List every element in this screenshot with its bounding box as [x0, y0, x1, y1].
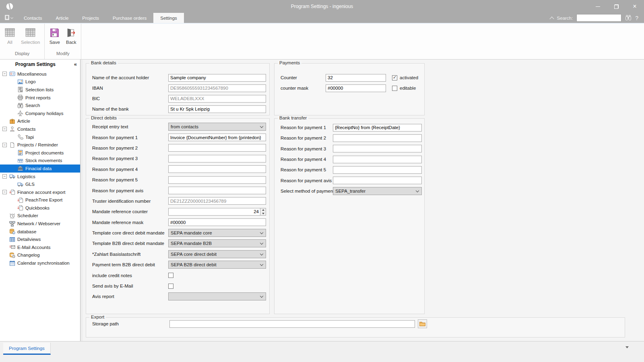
- collapse-ribbon-icon[interactable]: [549, 16, 554, 21]
- sidebar-item-contacts[interactable]: −Contacts: [0, 125, 80, 133]
- collapse-expander-icon[interactable]: −: [2, 72, 7, 76]
- tree-item-label: Stock movements: [25, 158, 62, 163]
- collapse-sidebar-icon[interactable]: «: [71, 61, 80, 67]
- sidebar-item-projects-reminder[interactable]: −Projects / Reminder: [0, 141, 80, 149]
- counter-mask-input[interactable]: [326, 84, 386, 92]
- export-document-icon: [17, 205, 23, 211]
- reason-for-payment-5-input[interactable]: [168, 176, 266, 184]
- reason-for-payment-avis-input[interactable]: [333, 177, 422, 184]
- tab-settings[interactable]: Settings: [153, 13, 184, 23]
- reason-for-payment-1-input[interactable]: [333, 124, 422, 132]
- form-row: Reason for payment avis: [275, 175, 424, 185]
- document-tab-program-settings[interactable]: Program Settings: [3, 343, 51, 355]
- all-button: All: [2, 26, 18, 46]
- sidebar-item-stock-movements[interactable]: Stock movements: [0, 157, 80, 165]
- tree-item-label: Network / Webserver: [17, 221, 60, 226]
- tree-item-label: database: [17, 229, 36, 234]
- help-icon[interactable]: ?: [635, 15, 638, 21]
- save-button[interactable]: Save: [46, 26, 63, 46]
- field-label: Avis report: [92, 294, 168, 299]
- reason-for-payment-4-input[interactable]: [168, 165, 266, 173]
- sidebar-header: Program Settings «: [0, 60, 80, 69]
- payment-term-b2b-direct-debit-select[interactable]: SEPA B2B direct debit: [168, 261, 266, 269]
- select-value: SEPA mandate B2B: [171, 241, 212, 246]
- name-of-the-bank-input[interactable]: [168, 105, 266, 113]
- field-label: Storage path: [92, 321, 169, 326]
- spin-up-button[interactable]: [260, 208, 266, 212]
- sidebar-item-project-documents[interactable]: Project documents: [0, 149, 80, 157]
- tab-projects[interactable]: Projects: [75, 13, 106, 23]
- reason-for-payment-1-input[interactable]: [168, 134, 266, 141]
- mandate-reference-counter-input[interactable]: [168, 208, 260, 216]
- include-credit-notes-checkbox[interactable]: [168, 273, 173, 278]
- select-method-of-payment-select[interactable]: SEPA_transfer: [333, 187, 422, 195]
- app-menu-button[interactable]: [0, 13, 17, 23]
- template-b2b-direct-debit-mandate-select[interactable]: SEPA mandate B2B: [168, 239, 266, 247]
- reason-for-payment-4-input[interactable]: [333, 156, 422, 163]
- reason-for-payment-2-input[interactable]: [333, 134, 422, 142]
- sidebar-item-changelog[interactable]: Changelog: [0, 251, 80, 259]
- form-row: Counteractivated: [275, 72, 424, 83]
- sidebar-item-tapi[interactable]: Tapi: [0, 133, 80, 141]
- chevron-down-icon[interactable]: [625, 346, 629, 348]
- bic-input[interactable]: [168, 95, 266, 103]
- minimize-button[interactable]: [588, 0, 607, 13]
- avis-report-select[interactable]: [168, 292, 266, 300]
- sidebar-item-database[interactable]: database: [0, 228, 80, 236]
- sidebar-item-network-webserver[interactable]: Network / Webserver: [0, 220, 80, 228]
- tab-article[interactable]: Article: [49, 13, 75, 23]
- sidebar-item-logo[interactable]: Logo: [0, 78, 80, 86]
- binoculars-icon[interactable]: [625, 14, 632, 22]
- template-core-direct-debit-mandate-select[interactable]: SEPA mandate core: [168, 229, 266, 237]
- ribbon: AllSelectionDisplaySaveBackModify: [0, 23, 644, 60]
- close-button[interactable]: ×: [625, 0, 644, 13]
- reason-for-payment-3-input[interactable]: [168, 155, 266, 162]
- sidebar-item-gls[interactable]: GLS: [0, 180, 80, 188]
- form-row: Reason for payment 2: [86, 143, 269, 153]
- sidebar-item-peachtree-export[interactable]: PeachTree Export: [0, 196, 80, 204]
- spin-down-button[interactable]: [260, 212, 266, 215]
- mandate-reference-mask-input[interactable]: [168, 218, 266, 226]
- restore-button[interactable]: [607, 0, 625, 13]
- sidebar-item-search[interactable]: Search: [0, 101, 80, 109]
- reason-for-payment-3-input[interactable]: [333, 145, 422, 152]
- group-payments: PaymentsCounteractivatedcounter maskedit…: [274, 63, 425, 115]
- sidebar-item-finacial-data[interactable]: Finacial data: [0, 165, 80, 173]
- sidebar-item-e-mail-accounts[interactable]: E-Mail Accounts: [0, 243, 80, 251]
- sidebar-item-miscellaneous[interactable]: −Miscellaneous: [0, 70, 80, 78]
- zahlart-basislastschrift-select[interactable]: SEPA core direct debit: [168, 250, 266, 258]
- collapse-expander-icon[interactable]: −: [2, 143, 7, 147]
- back-button[interactable]: Back: [63, 26, 79, 46]
- sidebar-item-logistics[interactable]: −Logistics: [0, 173, 80, 181]
- sidebar-item-article[interactable]: Article: [0, 117, 80, 125]
- collapse-expander-icon[interactable]: −: [2, 190, 7, 194]
- sidebar-item-calendar-synchronisation[interactable]: Calendar synchronisation: [0, 259, 80, 267]
- tab-contacts[interactable]: Contacts: [17, 13, 49, 23]
- reason-for-payment-avis-input[interactable]: [168, 187, 266, 194]
- send-avis-by-e-mail-checkbox[interactable]: [168, 284, 173, 289]
- reason-for-payment-2-input[interactable]: [168, 144, 266, 152]
- collapse-expander-icon[interactable]: −: [2, 127, 7, 131]
- counter-input[interactable]: [326, 74, 386, 82]
- sidebar-item-detailviews[interactable]: Detailviews: [0, 235, 80, 243]
- editable-checkbox[interactable]: [392, 86, 397, 91]
- iban-input[interactable]: [168, 84, 266, 92]
- tree-item-label: Calendar synchronisation: [17, 261, 70, 265]
- storage-path-input[interactable]: [169, 320, 415, 328]
- sidebar-item-company-holidays[interactable]: Company holidays: [0, 109, 80, 117]
- collapse-expander-icon[interactable]: −: [2, 174, 7, 179]
- receipt-entry-text-select[interactable]: from contacts: [168, 123, 266, 131]
- tab-purchase-orders[interactable]: Purchase orders: [106, 13, 153, 23]
- browse-folder-button[interactable]: [418, 319, 427, 328]
- activated-checkbox[interactable]: [392, 75, 397, 80]
- truster-identification-number-input[interactable]: [168, 197, 266, 205]
- sidebar-item-finance-account-export[interactable]: −Finance account export: [0, 188, 80, 196]
- name-of-the-account-holder-input[interactable]: [168, 74, 266, 82]
- sidebar-item-print-reports[interactable]: Print reports: [0, 94, 80, 102]
- sidebar-item-quickbooks[interactable]: Quickbooks: [0, 204, 80, 212]
- sidebar-item-selection-lists[interactable]: Selection lists: [0, 86, 80, 94]
- sidebar-item-scheduler[interactable]: Scheduler: [0, 212, 80, 220]
- chevron-down-icon: [260, 231, 263, 234]
- search-input[interactable]: [576, 14, 621, 22]
- reason-for-payment-5-input[interactable]: [333, 166, 422, 174]
